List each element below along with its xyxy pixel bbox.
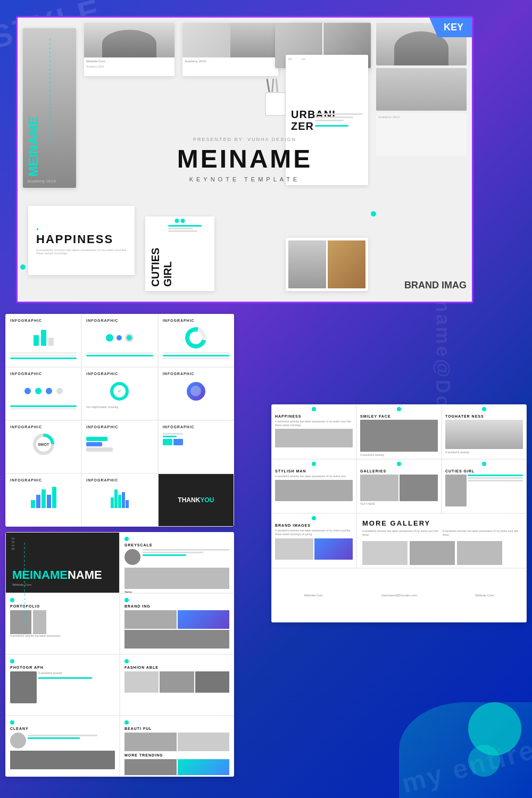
meiname-dark-slide: 2019 MEINAMENAME Website.Com	[5, 532, 120, 593]
year-label: 2019	[11, 537, 15, 551]
right-column-slides: Academy 2019	[376, 23, 467, 156]
cleanly-cell: CLEANY	[5, 716, 120, 777]
thankyou-text: THANKYOU	[178, 496, 214, 504]
presented-by: PRESENTED BY: VUNHA DESIGN	[177, 137, 313, 142]
main-center-content: PRESENTED BY: VUNHA DESIGN MEINAME KEYNO…	[177, 137, 313, 182]
deco-teal-bg	[399, 702, 532, 798]
meiname-slide-left: MEINAME Academy 2019	[23, 28, 76, 188]
teal-dot-1	[20, 264, 26, 270]
pencil-cup-decoration	[262, 81, 289, 119]
infographic-section: INFOGRAPHIC INFOGRAPHIC	[5, 314, 234, 527]
main-title: MEINAME	[177, 146, 313, 172]
more-gallery-title: MORE GALLERY	[362, 519, 521, 527]
meiname-vertical-text: MEINAME	[27, 117, 72, 177]
bot-urls: Website.Com	[12, 583, 113, 586]
email-label: Username@Domain.com	[381, 594, 417, 597]
info-cell-4: INFOGRAPHIC	[5, 367, 81, 420]
fashionable-cell: FASHION ABLE	[120, 654, 234, 716]
gal-brand: BRAND IMAGES A wonderful serenity has ta…	[271, 513, 356, 568]
gallery-section: HAPPINESS A wonderful serenity has taken…	[271, 404, 527, 622]
website-label-2: Website.Com	[475, 594, 494, 597]
gal-toughater: TOGHATER NESS A wonderful serenity	[442, 404, 527, 459]
gal-smiley: SMILEY FACE A wonderful serenity	[356, 404, 442, 459]
info-cell-10: INFOGRAPHIC	[5, 473, 81, 527]
gal-galleries: GALLERIES TEXT HERE	[356, 459, 442, 514]
brand-image-text: BRAND IMAG	[404, 280, 467, 291]
greyscale-cell: GREYSCALE 76%	[120, 532, 234, 593]
bottom-left-section: 2019 MEINAMENAME Website.Com GREYSCALE 7…	[5, 532, 234, 777]
top-photo-slide-1: Website.Com Academy 2019	[84, 23, 174, 76]
right-photo-3: Academy 2019	[376, 113, 467, 156]
main-subtitle: KEYNOTE TEMPLATE	[177, 176, 313, 182]
info-cell-6: INFOGRAPHIC	[158, 367, 234, 420]
portfolio-cell: PORTOFOLIO A wonderful serenity has take…	[5, 593, 120, 654]
happiness-title: HAPPINESS	[36, 232, 127, 246]
meiname-title-bot: MEINAMENAME	[12, 569, 113, 581]
info-cell-11: INFOGRAPHIC	[81, 473, 157, 527]
info-cell-3: INFOGRAPHIC	[158, 314, 234, 367]
thankyou-cell: THANKYOU	[158, 473, 234, 527]
cuties-title: CUTIES GIRL	[149, 221, 165, 287]
cuties-slide: CUTIES GIRL	[145, 217, 214, 291]
info-cell-7: INFOGRAPHIC SWOT	[5, 420, 81, 473]
top-photo-slide-2: Academy 2019	[182, 23, 278, 76]
info-cell-1: INFOGRAPHIC	[5, 314, 81, 367]
info-cell-9: INFOGRAPHIC	[158, 420, 234, 473]
beautiful-cell: BEAUTI FUL MORE TRENDING	[120, 716, 234, 777]
gal-happiness: HAPPINESS A wonderful serenity has taken…	[271, 404, 356, 459]
info-cell-2: INFOGRAPHIC	[81, 314, 157, 367]
gal-url-row: Website.Com Username@Domain.com Website.…	[271, 568, 527, 623]
bottom-right-photos	[286, 238, 368, 291]
urbani-title: URBANI ZER	[291, 109, 312, 132]
info-cell-8: INFOGRAPHIC	[81, 420, 157, 473]
gal-stylish: STYLISH MAN A wonderful serenity has tak…	[271, 459, 356, 514]
photograph-cell: PHOTOGR APH A wonderful serenity	[5, 654, 120, 716]
info-cell-5: INFOGRAPHIC ✓ Our helpful better choosin…	[81, 367, 157, 420]
main-preview-card: KEY MEINAME Academy 2019 Website.Com Aca…	[16, 16, 473, 303]
branding-cell: BRAND ING	[120, 593, 234, 654]
happiness-slide: ● HAPPINESS A wonderful serenity has tak…	[28, 206, 135, 275]
teal-dot-2	[371, 211, 376, 217]
gal-cuties: CUTIES GIRL	[442, 459, 527, 514]
right-photo-2	[376, 68, 467, 111]
website-label-1: Website.Com	[304, 594, 323, 597]
gal-more-gallery: MORE GALLERY A wonderful serenity has ta…	[356, 513, 527, 568]
